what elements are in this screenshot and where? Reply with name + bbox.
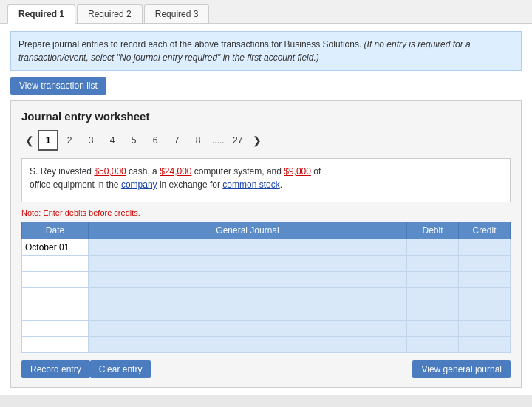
journal-input[interactable] <box>89 272 406 287</box>
note-text: Note: Enter debits before credits. <box>21 208 511 217</box>
debit-input[interactable] <box>407 304 458 320</box>
info-box: Prepare journal entries to record each o… <box>10 31 522 71</box>
debit-input[interactable] <box>407 239 458 255</box>
page-6[interactable]: 6 <box>145 130 166 151</box>
journal-input[interactable] <box>89 321 406 336</box>
col-header-credit: Credit <box>459 222 511 239</box>
journal-input[interactable] <box>89 288 406 304</box>
credit-cell[interactable] <box>459 256 511 272</box>
col-header-journal: General Journal <box>89 222 407 239</box>
pagination: ❮ 1 2 3 4 5 6 7 8 ..... 27 ❯ <box>21 130 511 151</box>
credit-input[interactable] <box>459 256 510 271</box>
table-row <box>22 304 511 321</box>
page-7[interactable]: 7 <box>166 130 187 151</box>
credit-input[interactable] <box>459 239 510 255</box>
date-cell <box>22 337 89 353</box>
debit-cell[interactable] <box>407 337 459 353</box>
credit-input[interactable] <box>459 272 510 287</box>
page-27[interactable]: 27 <box>228 130 248 151</box>
amount-cash: $50,000 <box>94 166 126 177</box>
journal-input[interactable] <box>89 304 406 320</box>
transaction-description: S. Rey invested $50,000 cash, a $24,000 … <box>21 158 511 202</box>
debit-cell[interactable] <box>407 321 459 337</box>
credit-cell[interactable] <box>459 304 511 321</box>
journal-cell[interactable] <box>89 288 407 304</box>
amount-computer: $24,000 <box>160 166 191 177</box>
journal-input[interactable] <box>89 239 406 255</box>
tab-required1[interactable]: Required 1 <box>7 4 75 24</box>
journal-cell[interactable] <box>89 256 407 272</box>
table-row <box>22 321 511 337</box>
debit-input[interactable] <box>407 321 458 336</box>
debit-input[interactable] <box>407 256 458 271</box>
bottom-buttons: Record entry Clear entry View general jo… <box>21 360 511 378</box>
journal-cell[interactable] <box>89 304 407 321</box>
table-row <box>22 288 511 304</box>
worksheet-panel: Journal entry worksheet ❮ 1 2 3 4 5 6 7 … <box>10 100 522 388</box>
view-general-journal-button[interactable]: View general journal <box>412 360 511 378</box>
page-8[interactable]: 8 <box>188 130 208 151</box>
debit-input[interactable] <box>407 288 458 304</box>
page-2[interactable]: 2 <box>59 130 80 151</box>
debit-cell[interactable] <box>407 239 459 256</box>
word-company: company <box>121 179 157 190</box>
date-cell <box>22 304 89 321</box>
debit-input[interactable] <box>407 272 458 287</box>
page-dots: ..... <box>209 135 228 146</box>
journal-cell[interactable] <box>89 272 407 288</box>
date-cell: October 01 <box>22 239 89 256</box>
info-text-normal: Prepare journal entries to record each o… <box>18 39 364 49</box>
credit-input[interactable] <box>459 288 510 304</box>
clear-entry-button[interactable]: Clear entry <box>90 360 151 378</box>
debit-cell[interactable] <box>407 288 459 304</box>
col-header-debit: Debit <box>407 222 459 239</box>
table-row <box>22 272 511 288</box>
tab-required2[interactable]: Required 2 <box>77 4 143 23</box>
view-transaction-button[interactable]: View transaction list <box>10 77 106 95</box>
page-5[interactable]: 5 <box>123 130 144 151</box>
date-cell <box>22 288 89 304</box>
debit-cell[interactable] <box>407 272 459 288</box>
amount-equipment: $9,000 <box>284 166 311 177</box>
date-cell <box>22 321 89 337</box>
journal-table: Date General Journal Debit Credit Octobe… <box>21 222 511 353</box>
tabs-bar: Required 1 Required 2 Required 3 <box>0 0 532 24</box>
credit-cell[interactable] <box>459 272 511 288</box>
debit-cell[interactable] <box>407 304 459 321</box>
journal-input[interactable] <box>89 256 406 271</box>
credit-cell[interactable] <box>459 288 511 304</box>
page-prev-arrow[interactable]: ❮ <box>21 130 38 151</box>
word-common-stock: common stock <box>222 179 279 190</box>
journal-cell[interactable] <box>89 321 407 337</box>
page-4[interactable]: 4 <box>102 130 123 151</box>
journal-input[interactable] <box>89 337 406 352</box>
debit-cell[interactable] <box>407 256 459 272</box>
main-content: Prepare journal entries to record each o… <box>0 24 532 395</box>
page-next-arrow[interactable]: ❯ <box>249 130 265 151</box>
journal-cell[interactable] <box>89 239 407 256</box>
credit-cell[interactable] <box>459 239 511 256</box>
journal-cell[interactable] <box>89 337 407 353</box>
credit-input[interactable] <box>459 321 510 336</box>
worksheet-title: Journal entry worksheet <box>21 110 511 123</box>
debit-input[interactable] <box>407 337 458 352</box>
date-cell <box>22 256 89 272</box>
credit-cell[interactable] <box>459 337 511 353</box>
table-row <box>22 256 511 272</box>
table-row: October 01 <box>22 239 511 256</box>
table-row <box>22 337 511 353</box>
page-3[interactable]: 3 <box>81 130 101 151</box>
date-cell <box>22 272 89 288</box>
credit-input[interactable] <box>459 304 510 320</box>
page-1[interactable]: 1 <box>38 130 58 151</box>
col-header-date: Date <box>22 222 89 239</box>
credit-cell[interactable] <box>459 321 511 337</box>
tab-required3[interactable]: Required 3 <box>144 4 210 23</box>
credit-input[interactable] <box>459 337 510 352</box>
record-entry-button[interactable]: Record entry <box>21 360 90 378</box>
